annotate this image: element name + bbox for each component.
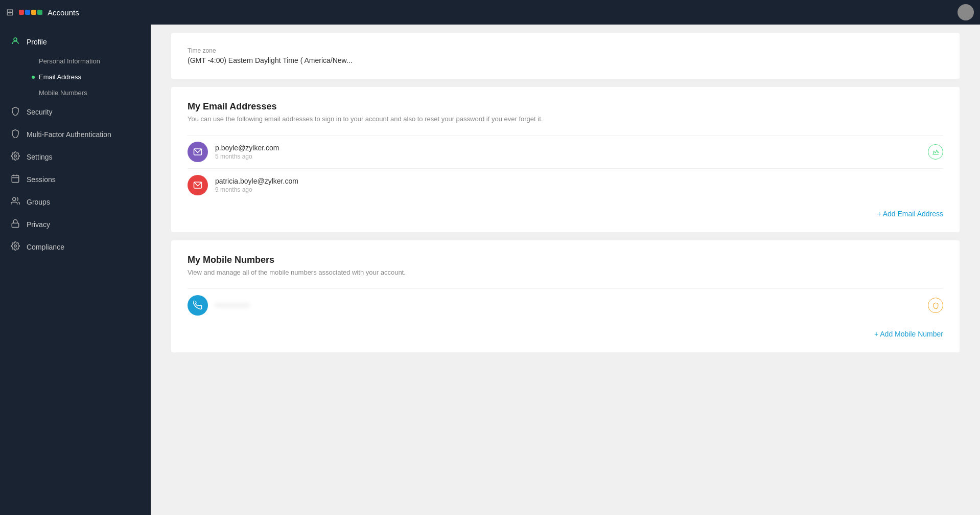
logo-sq-red bbox=[19, 10, 24, 15]
shield-badge bbox=[928, 298, 943, 313]
sidebar: Profile Personal Information Email Addre… bbox=[0, 25, 151, 515]
sidebar-item-privacy[interactable]: Privacy bbox=[0, 213, 151, 236]
compliance-label: Compliance bbox=[27, 243, 64, 251]
dot-empty2 bbox=[32, 92, 35, 95]
dot-empty bbox=[32, 60, 35, 63]
sidebar-sub-personal-information[interactable]: Personal Information bbox=[27, 53, 151, 69]
user-avatar[interactable] bbox=[958, 4, 974, 20]
sidebar-sub-mobile-numbers[interactable]: Mobile Numbers bbox=[27, 85, 151, 101]
profile-icon bbox=[10, 36, 20, 48]
mobile-row-0: •••••••••• bbox=[188, 288, 943, 322]
mobile-info-0: •••••••••• bbox=[215, 301, 917, 309]
add-mobile-link[interactable]: + Add Mobile Number bbox=[188, 330, 943, 338]
email-time-0: 5 months ago bbox=[215, 153, 917, 160]
security-icon bbox=[10, 106, 20, 118]
timezone-section: Time zone (GMT -4:00) Eastern Daylight T… bbox=[188, 47, 943, 64]
email-section-desc: You can use the following email addresse… bbox=[188, 115, 943, 123]
groups-icon bbox=[10, 196, 20, 208]
svg-point-8 bbox=[14, 245, 17, 248]
active-dot bbox=[32, 76, 35, 79]
topbar: ⊞ Accounts bbox=[0, 0, 980, 25]
mfa-icon bbox=[10, 129, 20, 140]
svg-rect-7 bbox=[12, 223, 19, 227]
app-title: Accounts bbox=[48, 8, 79, 17]
settings-label: Settings bbox=[27, 153, 53, 161]
crown-badge bbox=[928, 144, 943, 160]
main-content: Time zone (GMT -4:00) Eastern Daylight T… bbox=[151, 25, 980, 515]
logo: Accounts bbox=[19, 8, 79, 17]
mobile-section-title: My Mobile Numbers bbox=[188, 255, 943, 265]
sidebar-item-profile[interactable]: Profile bbox=[0, 31, 151, 53]
add-email-link[interactable]: + Add Email Address bbox=[188, 210, 943, 218]
logo-squares bbox=[19, 10, 42, 15]
email-row-0: p.boyle@zylker.com 5 months ago bbox=[188, 135, 943, 168]
email-info-0: p.boyle@zylker.com 5 months ago bbox=[215, 144, 917, 160]
email-addresses-card: My Email Addresses You can use the follo… bbox=[171, 87, 960, 232]
privacy-icon bbox=[10, 219, 20, 230]
privacy-label: Privacy bbox=[27, 220, 50, 229]
sidebar-item-security[interactable]: Security bbox=[0, 101, 151, 123]
timezone-value: (GMT -4:00) Eastern Daylight Time ( Amer… bbox=[188, 56, 943, 64]
sidebar-item-mfa[interactable]: Multi-Factor Authentication bbox=[0, 123, 151, 146]
svg-point-1 bbox=[14, 155, 17, 158]
email-address-label: Email Address bbox=[39, 73, 81, 81]
mobile-numbers-card: My Mobile Numbers View and manage all of… bbox=[171, 240, 960, 352]
sessions-icon bbox=[10, 174, 20, 185]
sidebar-item-compliance[interactable]: Compliance bbox=[0, 236, 151, 258]
logo-sq-blue bbox=[25, 10, 30, 15]
email-row-1: patricia.boyle@zylker.com 9 months ago bbox=[188, 168, 943, 201]
profile-subitems: Personal Information Email Address Mobil… bbox=[0, 53, 151, 101]
email-address-0: p.boyle@zylker.com bbox=[215, 144, 917, 152]
timezone-label: Time zone bbox=[188, 47, 943, 54]
svg-point-6 bbox=[13, 197, 16, 200]
timezone-card: Time zone (GMT -4:00) Eastern Daylight T… bbox=[171, 33, 960, 79]
logo-sq-green bbox=[37, 10, 42, 15]
mobile-section-desc: View and manage all of the mobile number… bbox=[188, 268, 943, 276]
sidebar-item-settings[interactable]: Settings bbox=[0, 146, 151, 168]
email-avatar-0 bbox=[188, 142, 208, 162]
mobile-numbers-label: Mobile Numbers bbox=[39, 89, 87, 97]
logo-sq-yellow bbox=[31, 10, 36, 15]
email-time-1: 9 months ago bbox=[215, 186, 943, 193]
profile-label: Profile bbox=[27, 38, 47, 46]
sessions-label: Sessions bbox=[27, 175, 56, 184]
svg-rect-2 bbox=[12, 175, 19, 183]
sidebar-item-groups[interactable]: Groups bbox=[0, 191, 151, 213]
compliance-icon bbox=[10, 241, 20, 253]
sidebar-sub-email-address[interactable]: Email Address bbox=[27, 69, 151, 85]
email-section-title: My Email Addresses bbox=[188, 101, 943, 112]
grid-icon[interactable]: ⊞ bbox=[6, 7, 14, 18]
mfa-label: Multi-Factor Authentication bbox=[27, 130, 111, 139]
settings-icon bbox=[10, 151, 20, 163]
mobile-avatar-0 bbox=[188, 295, 208, 316]
email-address-1: patricia.boyle@zylker.com bbox=[215, 177, 943, 185]
mobile-number-0: •••••••••• bbox=[215, 301, 917, 309]
sidebar-item-sessions[interactable]: Sessions bbox=[0, 168, 151, 191]
email-info-1: patricia.boyle@zylker.com 9 months ago bbox=[215, 177, 943, 193]
personal-information-label: Personal Information bbox=[39, 57, 100, 65]
email-avatar-1 bbox=[188, 175, 208, 195]
security-label: Security bbox=[27, 108, 53, 116]
svg-point-0 bbox=[14, 38, 17, 41]
groups-label: Groups bbox=[27, 198, 50, 206]
